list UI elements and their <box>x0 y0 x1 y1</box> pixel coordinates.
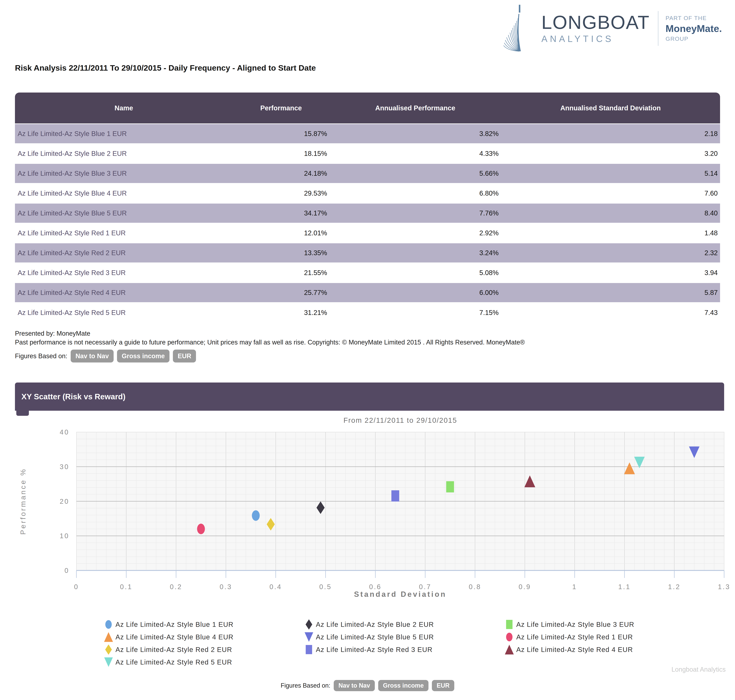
brand-header: LONGBOAT ANALYTICS PART OF THE MoneyMate… <box>502 3 722 53</box>
y-tick-label: 0 <box>65 567 69 574</box>
figures-based-on-row: Figures Based on: Nav to NavGross income… <box>15 350 525 362</box>
legend-marker-triangle-down-icon <box>104 657 113 668</box>
performance-cell: 25.77% <box>233 283 330 303</box>
annualised-std-dev-cell: 8.40 <box>501 203 720 223</box>
legend-item: Az Life Limited-Az Style Blue 3 EUR <box>505 619 705 630</box>
legend-marker-square-icon <box>304 644 314 655</box>
partner-line1: PART OF THE <box>666 15 722 21</box>
figures-filter-pill[interactable]: Gross income <box>378 680 429 691</box>
y-axis: 010203040 <box>60 428 69 574</box>
annualised-performance-cell: 4.33% <box>330 144 501 163</box>
legend-marker-diamond-icon <box>304 619 314 630</box>
annualised-std-dev-cell: 2.18 <box>501 124 720 144</box>
data-point-circle-icon[interactable] <box>252 510 260 521</box>
performance-cell: 29.53% <box>233 183 330 203</box>
x-tick-label: 0 <box>74 583 79 591</box>
chart-section-header: XY Scatter (Risk vs Reward) <box>15 382 724 411</box>
x-tick-label: 0.9 <box>518 583 531 591</box>
y-tick-label: 30 <box>60 463 69 471</box>
performance-cell: 18.15% <box>233 144 330 163</box>
table-row: Az Life Limited-Az Style Red 4 EUR25.77%… <box>15 283 720 303</box>
longboat-logo-icon <box>502 3 538 53</box>
legend-marker-diamond-icon <box>104 644 113 655</box>
bottom-figures-based-on-row: Figures Based on: Nav to NavGross income… <box>0 680 735 691</box>
performance-cell: 12.01% <box>233 223 330 243</box>
chart-watermark: Longboat Analytics <box>672 666 726 673</box>
figures-filter-pill[interactable]: EUR <box>432 680 454 691</box>
figures-filter-pill[interactable]: Gross income <box>117 350 169 362</box>
column-header-performance: Performance <box>233 93 330 124</box>
data-point-square-icon[interactable] <box>392 490 399 501</box>
data-point-square-icon[interactable] <box>446 481 454 493</box>
column-header-annualised-performance: Annualised Performance <box>330 93 501 124</box>
x-axis: 00.10.20.30.40.50.60.70.80.911.11.21.3 <box>74 571 731 591</box>
annualised-performance-cell: 5.66% <box>330 163 501 183</box>
legend-item: Az Life Limited-Az Style Blue 1 EUR <box>104 619 304 630</box>
legend-label: Az Life Limited-Az Style Blue 1 EUR <box>115 621 234 628</box>
table-row: Az Life Limited-Az Style Blue 1 EUR15.87… <box>15 124 720 144</box>
annualised-performance-cell: 6.80% <box>330 183 501 203</box>
fund-name-cell: Az Life Limited-Az Style Blue 4 EUR <box>15 183 233 203</box>
legend-label: Az Life Limited-Az Style Red 5 EUR <box>115 659 232 666</box>
disclaimer-text: Past performance is not necessarily a gu… <box>15 338 525 347</box>
partner-brand: PART OF THE MoneyMate. GROUP <box>666 15 722 42</box>
annualised-std-dev-cell: 3.94 <box>501 263 720 283</box>
brand-subtitle: ANALYTICS <box>541 34 650 44</box>
legend-marker-triangle-up-icon <box>505 644 514 655</box>
x-tick-label: 1.1 <box>618 583 631 591</box>
annualised-performance-cell: 2.92% <box>330 223 501 243</box>
report-page: LONGBOAT ANALYTICS PART OF THE MoneyMate… <box>0 0 735 700</box>
fund-name-cell: Az Life Limited-Az Style Blue 5 EUR <box>15 203 233 223</box>
x-tick-label: 0.6 <box>369 583 382 591</box>
legend-marker-circle-icon <box>104 619 113 630</box>
presented-by-text: Presented by: MoneyMate <box>15 329 525 338</box>
brand-text: LONGBOAT ANALYTICS <box>541 13 650 44</box>
fund-name-cell: Az Life Limited-Az Style Red 4 EUR <box>15 283 233 303</box>
data-point-circle-icon[interactable] <box>197 524 205 534</box>
page-title: Risk Analysis 22/11/2011 To 29/10/2015 -… <box>15 63 316 72</box>
legend-label: Az Life Limited-Az Style Blue 5 EUR <box>316 633 434 641</box>
annualised-performance-cell: 3.82% <box>330 124 501 144</box>
legend-item: Az Life Limited-Az Style Blue 2 EUR <box>304 619 505 630</box>
legend-item: Az Life Limited-Az Style Blue 4 EUR <box>104 631 304 643</box>
annualised-std-dev-cell: 1.48 <box>501 223 720 243</box>
x-tick-label: 1.2 <box>668 583 681 591</box>
fund-name-cell: Az Life Limited-Az Style Blue 3 EUR <box>15 163 233 183</box>
annualised-std-dev-cell: 7.60 <box>501 183 720 203</box>
risk-analysis-table: Name Performance Annualised Performance … <box>15 93 720 322</box>
annualised-std-dev-cell: 3.20 <box>501 144 720 163</box>
legend-label: Az Life Limited-Az Style Red 2 EUR <box>115 646 232 653</box>
brand-divider <box>658 11 658 46</box>
table-row: Az Life Limited-Az Style Red 1 EUR12.01%… <box>15 223 720 243</box>
figures-based-on-label: Figures Based on: <box>281 682 330 689</box>
table-row: Az Life Limited-Az Style Blue 5 EUR34.17… <box>15 203 720 223</box>
y-tick-label: 40 <box>60 428 69 436</box>
annualised-performance-cell: 7.76% <box>330 203 501 223</box>
x-tick-label: 0.1 <box>120 583 133 591</box>
column-header-annualised-std-dev: Annualised Standard Deviation <box>501 93 720 124</box>
x-tick-label: 1 <box>572 583 577 591</box>
figures-filter-pill[interactable]: Nav to Nav <box>334 680 375 691</box>
table-row: Az Life Limited-Az Style Blue 2 EUR18.15… <box>15 144 720 163</box>
y-tick-label: 20 <box>60 498 69 505</box>
legend-label: Az Life Limited-Az Style Blue 3 EUR <box>516 621 634 628</box>
performance-cell: 31.21% <box>233 303 330 322</box>
y-axis-title: Performance % <box>19 468 27 535</box>
table-row: Az Life Limited-Az Style Blue 4 EUR29.53… <box>15 183 720 203</box>
figures-filter-pill[interactable]: Nav to Nav <box>71 350 113 362</box>
legend-item: Az Life Limited-Az Style Red 3 EUR <box>304 644 505 655</box>
legend-label: Az Life Limited-Az Style Red 4 EUR <box>516 646 633 653</box>
figures-filter-pill[interactable]: EUR <box>173 350 196 362</box>
scatter-chart: 00.10.20.30.40.50.60.70.80.911.11.21.3St… <box>0 413 735 615</box>
chart-section-title: XY Scatter (Risk vs Reward) <box>15 392 125 401</box>
legend-item: Az Life Limited-Az Style Red 2 EUR <box>104 644 304 655</box>
x-tick-label: 1.3 <box>718 583 731 591</box>
table-row: Az Life Limited-Az Style Blue 3 EUR24.18… <box>15 163 720 183</box>
table-row: Az Life Limited-Az Style Red 3 EUR21.55%… <box>15 263 720 283</box>
x-tick-label: 0.5 <box>319 583 332 591</box>
annualised-std-dev-cell: 5.87 <box>501 283 720 303</box>
fund-name-cell: Az Life Limited-Az Style Red 1 EUR <box>15 223 233 243</box>
brand-name: LONGBOAT <box>541 13 650 32</box>
figures-filter-pills: Nav to NavGross incomeEUR <box>71 350 196 362</box>
table-row: Az Life Limited-Az Style Red 5 EUR31.21%… <box>15 303 720 322</box>
